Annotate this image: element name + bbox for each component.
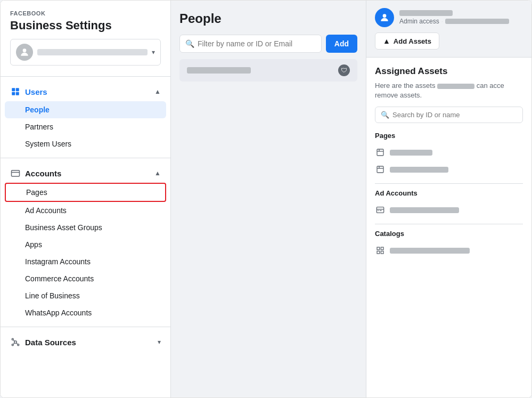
ad-accounts-section-label: Ad Accounts [375, 189, 523, 197]
svg-line-11 [17, 343, 18, 344]
svg-rect-20 [377, 207, 383, 213]
svg-rect-5 [12, 170, 20, 176]
asset-name-blur-cat1 [390, 248, 470, 254]
sidebar-item-apps[interactable]: Apps [5, 236, 166, 253]
desc-name-blur [437, 84, 474, 89]
svg-rect-27 [381, 251, 383, 254]
asset-name-blur-2 [390, 167, 448, 173]
users-label: Users [25, 87, 47, 96]
sidebar-divider-3 [1, 327, 170, 327]
search-assets-input[interactable] [392, 111, 517, 119]
data-sources-chevron-icon: ▾ [158, 338, 161, 346]
data-sources-section-header[interactable]: Data Sources ▾ [5, 332, 166, 352]
assigned-assets-desc: Here are the assets can acceremove asset… [375, 81, 523, 100]
svg-rect-4 [16, 92, 19, 95]
data-sources-icon [10, 337, 21, 347]
sidebar-item-commerce-accounts[interactable]: Commerce Accounts [5, 270, 166, 287]
user-name-blur [399, 10, 453, 16]
page-title: People [179, 11, 357, 26]
sidebar-item-partners[interactable]: Partners [5, 118, 166, 135]
users-section-label: Users [10, 86, 47, 97]
svg-point-7 [12, 344, 13, 346]
svg-rect-26 [377, 251, 380, 254]
account-selector[interactable]: ▾ [10, 39, 161, 66]
sidebar-item-instagram-accounts[interactable]: Instagram Accounts [5, 253, 166, 270]
add-assets-icon: ▲ [383, 37, 390, 45]
access-dot: · [441, 18, 443, 25]
sidebar: FACEBOOK Business Settings ▾ [1, 1, 171, 397]
sidebar-item-line-of-business[interactable]: Line of Business [5, 287, 166, 304]
svg-rect-3 [12, 92, 15, 95]
svg-point-13 [383, 14, 387, 18]
sidebar-item-system-users[interactable]: System Users [5, 135, 166, 152]
catalogs-section-label: Catalogs [375, 230, 523, 238]
svg-point-0 [23, 48, 27, 52]
sidebar-title: Business Settings [10, 19, 161, 33]
svg-line-12 [13, 340, 14, 341]
asset-name-blur-ad1 [390, 207, 459, 213]
sidebar-item-pages[interactable]: Pages [5, 183, 166, 202]
filter-bar: 🔍 Add [179, 35, 357, 53]
sidebar-divider [1, 76, 170, 77]
users-chevron-icon: ▲ [154, 88, 161, 95]
filter-input[interactable] [198, 35, 316, 52]
data-sources-label: Data Sources [25, 338, 76, 347]
users-section-header[interactable]: Users ▲ [5, 82, 166, 101]
sidebar-item-business-asset-groups[interactable]: Business Asset Groups [5, 219, 166, 236]
search-assets-icon: 🔍 [381, 111, 389, 119]
sidebar-item-people[interactable]: People [5, 101, 166, 118]
sidebar-divider-2 [1, 158, 170, 158]
sidebar-item-whatsapp-accounts[interactable]: WhatsApp Accounts [5, 304, 166, 321]
svg-rect-2 [16, 88, 19, 91]
main-layout: FACEBOOK Business Settings ▾ [1, 1, 531, 397]
middle-panel: People 🔍 Add 🛡 [171, 1, 366, 397]
right-panel-body: Assigned Assets Here are the assets can … [366, 58, 531, 397]
person-name-blur [187, 67, 251, 74]
user-avatar [375, 8, 394, 27]
user-header-row: Admin access · [375, 8, 523, 27]
svg-rect-25 [381, 247, 383, 250]
sidebar-item-ad-accounts[interactable]: Ad Accounts [5, 202, 166, 219]
svg-rect-1 [12, 88, 15, 91]
users-section: Users ▲ People Partners System Users [1, 82, 170, 152]
filter-input-wrap: 🔍 [179, 35, 322, 53]
ad-account-icon-1 [375, 205, 386, 215]
svg-point-8 [18, 344, 19, 346]
brand-label: FACEBOOK [10, 10, 161, 17]
svg-point-9 [12, 338, 13, 340]
desc-prefix: Here are the assets [375, 82, 435, 90]
accounts-section-label: Accounts [10, 168, 61, 178]
data-sources-section-label: Data Sources [10, 337, 76, 347]
accounts-section-header[interactable]: Accounts ▲ [5, 164, 166, 183]
search-assets-wrap: 🔍 [375, 107, 523, 123]
users-icon [10, 86, 21, 97]
asset-item-page1 [375, 144, 523, 161]
asset-divider-1 [375, 183, 523, 184]
asset-item-page2 [375, 161, 523, 178]
asset-item-catalog1 [375, 242, 523, 259]
assigned-assets-title: Assigned Assets [375, 66, 523, 77]
right-panel: Admin access · ▲ Add Assets Assigned Ass… [366, 1, 531, 397]
account-name-blur [37, 49, 148, 55]
person-list-item[interactable]: 🛡 [179, 59, 357, 82]
data-sources-section: Data Sources ▾ [1, 332, 170, 352]
page-icon-1 [375, 147, 386, 158]
catalog-icon-1 [375, 245, 386, 256]
accounts-section: Accounts ▲ Pages Ad Accounts Business As… [1, 164, 170, 321]
user-access-row: Admin access · [399, 18, 509, 25]
pages-section-label: Pages [375, 132, 523, 140]
account-chevron-icon: ▾ [152, 48, 155, 56]
svg-rect-17 [377, 166, 383, 173]
pages-item-wrapper: Pages [5, 183, 166, 202]
user-email-blur [445, 19, 509, 24]
sidebar-header: FACEBOOK Business Settings ▾ [1, 1, 170, 71]
account-avatar [16, 44, 33, 61]
accounts-icon [10, 168, 21, 178]
accounts-chevron-icon: ▲ [154, 169, 161, 177]
person-shield-icon: 🛡 [338, 64, 350, 76]
app-window: FACEBOOK Business Settings ▾ [0, 0, 532, 398]
add-button[interactable]: Add [326, 35, 357, 53]
asset-name-blur-1 [390, 150, 432, 156]
search-icon: 🔍 [185, 39, 194, 48]
add-assets-button[interactable]: ▲ Add Assets [375, 33, 439, 50]
